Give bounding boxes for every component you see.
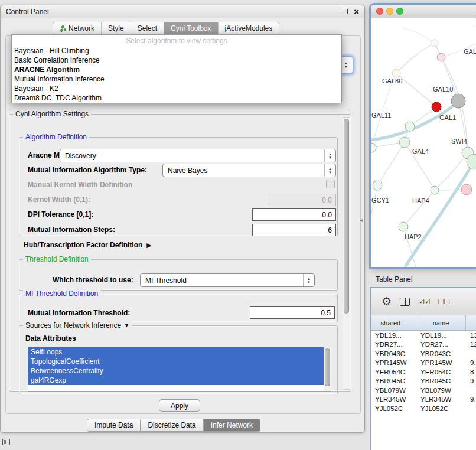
attribute-item-selfloops[interactable]: SelfLoops (28, 347, 324, 357)
mi-threshold-label: Mutual Information Threshold: (28, 309, 130, 317)
close-traffic-light[interactable] (376, 8, 383, 15)
minimized-panel-icon[interactable] (2, 439, 10, 445)
network-edge[interactable] (458, 101, 468, 153)
bottom-tab-bar: Impute DataDiscretize DataInfer Network (87, 419, 260, 432)
mi-threshold-field[interactable] (250, 306, 335, 319)
network-node[interactable] (451, 94, 465, 108)
mi-type-combobox[interactable]: Naive Bayes ▲▼ (162, 164, 336, 177)
bottom-tab-infer-network[interactable]: Infer Network (204, 419, 260, 432)
network-node[interactable] (405, 122, 415, 131)
network-node[interactable] (399, 222, 408, 231)
settings-scrollbar-thumb[interactable] (344, 119, 349, 314)
deselect-all-icon[interactable]: ☐☐ (438, 298, 450, 306)
kernel-width-field[interactable] (268, 194, 336, 206)
which-threshold-combobox[interactable]: MI Threshold ▲▼ (140, 273, 315, 287)
network-node[interactable] (432, 102, 441, 112)
table-cell: 13 (466, 332, 476, 339)
algorithm-option-dream8-dc-tdc-algorithm[interactable]: Dream8 DC_TDC Algorithm (12, 93, 341, 103)
data-attributes-label: Data Attributes (25, 334, 76, 343)
node-label-hap2: HAP2 (405, 233, 422, 240)
bottom-tab-impute-data[interactable]: Impute Data (87, 419, 141, 432)
column-header-partial[interactable] (466, 315, 476, 330)
algorithm-option-basic-correlation-inference[interactable]: Basic Correlation Inference (12, 56, 341, 65)
bottom-tab-discretize-data[interactable]: Discretize Data (141, 419, 203, 432)
dpi-tolerance-field[interactable] (252, 208, 336, 221)
table-row[interactable]: YLR345WYLR345W9. (371, 395, 476, 405)
table-row[interactable]: YJL052CYJL052C (371, 404, 476, 413)
tab-label: jActiveModules (225, 24, 273, 32)
network-window-titlebar[interactable] (371, 5, 476, 18)
table-row[interactable]: YDL19...YDL19...13 (371, 331, 476, 340)
mi-threshold-legend: MI Threshold Definition (23, 289, 100, 298)
settings-scrollbar[interactable] (343, 117, 350, 390)
tab-jactivemodules[interactable]: jActiveModules (219, 22, 279, 35)
mi-steps-field[interactable] (252, 224, 336, 236)
tab-cyni-toolbox[interactable]: Cyni Toolbox (164, 22, 218, 35)
algorithm-option-aracne-algorithm[interactable]: ARACNE Algorithm (12, 65, 341, 74)
minimize-traffic-light[interactable] (386, 8, 393, 15)
zoom-traffic-light[interactable] (396, 8, 403, 15)
network-edge[interactable] (396, 43, 435, 73)
algorithm-option-mutual-information-inference[interactable]: Mutual Information Inference (12, 74, 341, 84)
sources-group: Sources for Network Inference ▼ Data Att… (19, 325, 338, 394)
network-edge[interactable] (435, 153, 468, 190)
network-node[interactable] (399, 137, 410, 148)
table-row[interactable]: YER054CYER054C8. (371, 367, 476, 377)
control-panel-titlebar[interactable]: Control Panel × (1, 5, 364, 18)
attr-list-scrollbar[interactable] (324, 347, 331, 391)
table-row[interactable]: YBR043CYBR043C (371, 349, 476, 358)
network-canvas[interactable]: GAL80GAL10GAL11GAL1SWI4GAL4GCY1HAP4HAP2G… (371, 18, 476, 267)
network-scroll-corner[interactable] (474, 18, 476, 27)
network-node[interactable] (431, 40, 438, 47)
expand-right-icon[interactable]: ▶ (146, 242, 151, 249)
tab-style[interactable]: Style (102, 22, 131, 35)
network-edge[interactable] (377, 142, 405, 185)
algorithm-option-bayesian-k2[interactable]: Bayesian - K2 (12, 84, 341, 93)
network-node[interactable] (392, 69, 400, 77)
table-row[interactable]: YDR27...YDR27...12 (371, 340, 476, 350)
table-cell: YER054C (371, 369, 416, 376)
network-graph[interactable]: GAL80GAL10GAL11GAL1SWI4GAL4GCY1HAP4HAP2G… (371, 18, 476, 267)
cyni-settings-group: Cyni Algorithm Settings Algorithm Defini… (9, 114, 351, 392)
network-node[interactable] (371, 143, 376, 152)
attribute-item-topologicalcoefficient[interactable]: TopologicalCoefficient (28, 357, 324, 366)
float-window-icon[interactable] (343, 9, 348, 14)
table-cell: YPR145W (416, 359, 466, 366)
network-node[interactable] (461, 184, 472, 195)
table-row[interactable]: YBL079WYBL079W (371, 386, 476, 395)
network-edge[interactable] (402, 28, 435, 43)
algorithm-option-bayesian-hill-climbing[interactable]: Bayesian - Hill Climbing (12, 46, 341, 56)
aracne-mode-combobox[interactable]: Discovery ▲▼ (60, 149, 336, 162)
hub-definition-row[interactable]: Hub/Transcription Factor Definition ▶ (24, 240, 152, 250)
tab-bar: NetworkStyleSelectCyni ToolboxjActiveMod… (53, 22, 279, 35)
collapse-down-icon[interactable]: ▼ (124, 322, 129, 328)
table-header-row: shared... name (371, 315, 476, 331)
network-node[interactable] (437, 53, 445, 61)
close-icon[interactable]: × (354, 7, 359, 16)
table-cell: YJL052C (371, 405, 416, 412)
manual-kernel-checkbox[interactable] (326, 180, 335, 188)
network-edge[interactable] (405, 162, 474, 267)
columns-icon[interactable] (400, 298, 410, 306)
attribute-item-gal4rgexp[interactable]: gal4RGexp (28, 376, 324, 385)
sources-legend-wrap[interactable]: Sources for Network Inference ▼ (23, 321, 132, 330)
data-attributes-list[interactable]: SelfLoopsTopologicalCoefficientBetweenne… (28, 347, 331, 392)
column-header-name[interactable]: name (416, 315, 466, 330)
network-node[interactable] (431, 186, 439, 194)
panel-collapse-icon[interactable]: ◂ (360, 217, 363, 223)
table-cell: YJL052C (416, 405, 466, 412)
attribute-item-betweennesscentrality[interactable]: BetweennessCentrality (28, 366, 324, 376)
network-edge[interactable] (403, 190, 435, 227)
tab-network[interactable]: Network (53, 22, 102, 35)
data-attributes-items: SelfLoopsTopologicalCoefficientBetweenne… (28, 347, 331, 385)
table-row[interactable]: YBR045CYBR045C9. (371, 377, 476, 386)
tab-select[interactable]: Select (131, 22, 164, 35)
select-all-icon[interactable]: ☑☑ (418, 298, 430, 306)
attr-list-scrollbar-thumb[interactable] (325, 348, 330, 386)
column-header-shared[interactable]: shared... (371, 315, 416, 330)
table-cell: 12 (466, 341, 476, 348)
apply-button[interactable]: Apply (159, 399, 200, 412)
table-row[interactable]: YPR145WYPR145W9. (371, 358, 476, 368)
gear-icon[interactable]: ⚙ (382, 296, 392, 307)
network-node[interactable] (373, 181, 382, 190)
